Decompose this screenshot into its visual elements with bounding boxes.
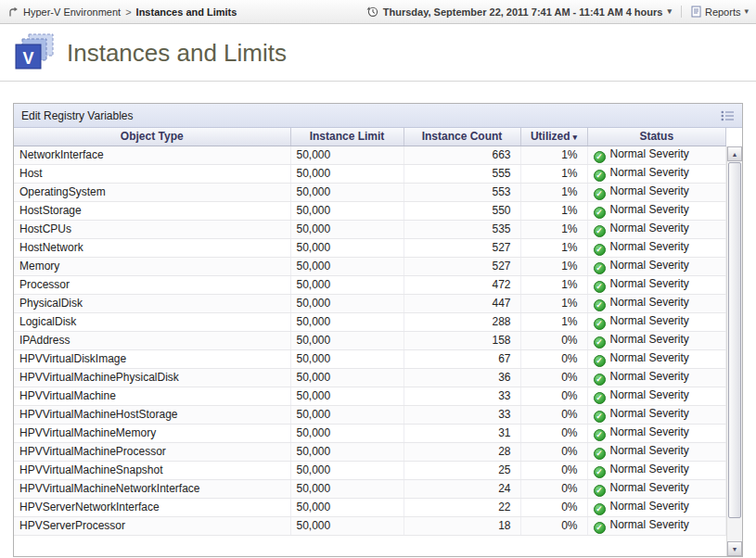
instance-count-cell: 33 [404,405,520,424]
instance-count-cell: 527 [404,238,520,257]
table-row[interactable]: Processor 50,000 472 1% ✓Normal Severity [14,275,726,294]
table-row[interactable]: Memory 50,000 527 1% ✓Normal Severity [14,257,726,275]
table-row[interactable]: PhysicalDisk 50,000 447 1% ✓Normal Sever… [14,294,726,312]
instance-count-cell: 555 [404,164,520,183]
table-row[interactable]: HostCPUs 50,000 535 1% ✓Normal Severity [14,220,726,238]
utilized-cell: 1% [520,183,587,201]
breadcrumb-separator: > [125,6,131,18]
utilized-cell: 0% [520,387,587,405]
column-header-utilized[interactable]: Utilized▾ [520,128,587,146]
instance-limit-cell: 50,000 [290,424,404,442]
instance-limit-cell: 50,000 [290,312,404,331]
status-cell: ✓Normal Severity [587,461,726,479]
instance-limit-cell: 50,000 [290,275,404,294]
normal-severity-icon: ✓ [594,392,606,404]
table-row[interactable]: HPVVirtualMachineSnapshot 50,000 25 0% ✓… [14,461,726,479]
breadcrumb-parent-link[interactable]: Hyper-V Environment [23,6,121,18]
instance-count-cell: 535 [404,220,520,238]
scrollbar-thumb[interactable] [728,162,741,518]
utilized-cell: 0% [520,405,587,424]
instance-count-cell: 22 [404,498,520,516]
status-label: Normal Severity [610,166,689,179]
table-row[interactable]: HPVVirtualMachineNetworkInterface 50,000… [14,479,726,498]
object-type-cell: IPAddress [14,331,290,349]
instance-count-cell: 553 [404,183,520,201]
status-label: Normal Severity [610,425,689,438]
scroll-down-arrow-icon: ▼ [732,546,738,552]
chevron-down-icon: ▾ [744,7,749,16]
report-icon [691,6,701,18]
normal-severity-icon: ✓ [594,374,606,386]
table-row[interactable]: HPVVirtualMachineHostStorage 50,000 33 0… [14,405,726,424]
table-row[interactable]: HostNetwork 50,000 527 1% ✓Normal Severi… [14,238,726,257]
table-row[interactable]: HPVVirtualMachine 50,000 33 0% ✓Normal S… [14,387,726,405]
status-cell: ✓Normal Severity [587,220,726,238]
instance-count-cell: 550 [404,201,520,220]
table-row[interactable]: HPVVirtualMachinePhysicalDisk 50,000 36 … [14,368,726,387]
utilized-cell: 1% [520,238,587,257]
column-header-status[interactable]: Status [587,128,726,146]
time-range-selector[interactable]: Thursday, September 22, 2011 7:41 AM - 1… [366,6,681,18]
utilized-cell: 1% [520,275,587,294]
page-header: V Instances and Limits [0,24,756,81]
instance-count-cell: 25 [404,461,520,479]
status-label: Normal Severity [610,184,689,197]
normal-severity-icon: ✓ [594,411,606,423]
column-header-instance-limit[interactable]: Instance Limit [290,128,404,146]
status-cell: ✓Normal Severity [587,516,726,535]
scrollbar-track[interactable] [727,162,742,540]
status-cell: ✓Normal Severity [587,294,726,312]
customizer-icon[interactable] [721,110,735,121]
column-label: Instance Count [422,130,503,143]
table-row[interactable]: HPVVirtualMachineProcessor 50,000 28 0% … [14,442,726,461]
object-type-cell: HPVVirtualMachine [14,387,290,405]
instance-limit-cell: 50,000 [290,516,404,535]
normal-severity-icon: ✓ [594,429,606,441]
instance-count-cell: 158 [404,331,520,349]
table-row[interactable]: HPVServerProcessor 50,000 18 0% ✓Normal … [14,516,726,535]
utilized-cell: 1% [520,294,587,312]
status-label: Normal Severity [610,444,689,457]
utilized-cell: 1% [520,220,587,238]
status-label: Normal Severity [610,407,689,420]
scroll-up-arrow-icon: ▲ [732,151,738,158]
scroll-up-button[interactable]: ▲ [727,146,742,161]
table-row[interactable]: HPVServerNetworkInterface 50,000 22 0% ✓… [14,498,726,516]
table-row[interactable]: IPAddress 50,000 158 0% ✓Normal Severity [14,331,726,349]
column-header-object-type[interactable]: Object Type [14,128,290,146]
status-cell: ✓Normal Severity [587,275,726,294]
table-row[interactable]: LogicalDisk 50,000 288 1% ✓Normal Severi… [14,312,726,331]
normal-severity-icon: ✓ [594,336,606,349]
sort-desc-icon: ▾ [573,133,578,142]
status-label: Normal Severity [610,203,689,216]
breadcrumb-history-icon[interactable] [7,6,19,18]
time-range-label: Thursday, September 22, 2011 7:41 AM - 1… [383,6,663,18]
table-row[interactable]: OperatingSystem 50,000 553 1% ✓Normal Se… [14,183,726,201]
status-cell: ✓Normal Severity [587,387,726,405]
status-cell: ✓Normal Severity [587,201,726,220]
status-label: Normal Severity [610,388,689,401]
utilized-cell: 0% [520,349,587,368]
column-label: Status [639,130,673,143]
status-label: Normal Severity [610,351,689,364]
instance-limit-cell: 50,000 [290,146,404,164]
normal-severity-icon: ✓ [594,170,606,182]
scroll-down-button[interactable]: ▼ [727,541,742,556]
reports-menu[interactable]: Reports ▾ [681,6,749,18]
object-type-cell: HPVServerProcessor [14,516,290,535]
normal-severity-icon: ✓ [594,262,606,274]
table-row[interactable]: HPVVirtualMachineMemory 50,000 31 0% ✓No… [14,424,726,442]
table-row[interactable]: NetworkInterface 50,000 663 1% ✓Normal S… [14,146,726,164]
status-cell: ✓Normal Severity [587,164,726,183]
status-cell: ✓Normal Severity [587,424,726,442]
normal-severity-icon: ✓ [594,522,606,534]
column-label: Object Type [121,130,184,143]
normal-severity-icon: ✓ [594,207,606,219]
table-row[interactable]: Host 50,000 555 1% ✓Normal Severity [14,164,726,183]
column-header-instance-count[interactable]: Instance Count [404,128,520,146]
object-type-cell: HPVVirtualMachineNetworkInterface [14,479,290,498]
table-row[interactable]: HostStorage 50,000 550 1% ✓Normal Severi… [14,201,726,220]
status-cell: ✓Normal Severity [587,349,726,368]
vertical-scrollbar[interactable]: ▲ ▼ [726,146,742,556]
table-row[interactable]: HPVVirtualDiskImage 50,000 67 0% ✓Normal… [14,349,726,368]
